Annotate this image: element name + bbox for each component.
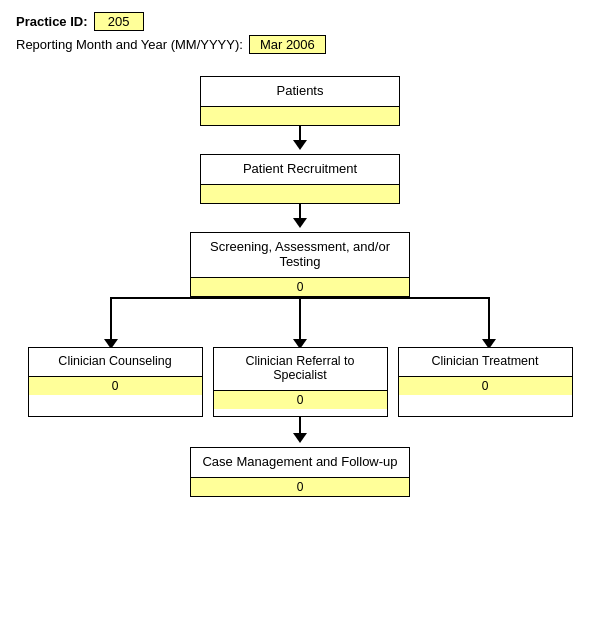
reporting-value[interactable]: Mar 2006 xyxy=(249,35,326,54)
practice-id-row: Practice ID: 205 xyxy=(16,12,584,31)
v-right xyxy=(488,297,490,347)
screening-box: Screening, Assessment, and/or Testing 0 xyxy=(190,232,410,297)
recruitment-label: Patient Recruitment xyxy=(211,161,389,180)
counseling-label: Clinician Counseling xyxy=(35,354,196,372)
treatment-label: Clinician Treatment xyxy=(405,354,566,372)
recruitment-box: Patient Recruitment xyxy=(200,154,400,204)
reporting-label: Reporting Month and Year (MM/YYYY): xyxy=(16,37,243,52)
patients-label: Patients xyxy=(211,83,389,102)
case-management-label: Case Management and Follow-up xyxy=(201,454,399,473)
practice-id-value[interactable]: 205 xyxy=(94,12,144,31)
patients-value xyxy=(201,106,399,125)
screening-label: Screening, Assessment, and/or Testing xyxy=(201,239,399,273)
patients-box: Patients xyxy=(200,76,400,126)
three-boxes-row: Clinician Counseling 0 Clinician Referra… xyxy=(10,347,590,417)
case-management-value[interactable]: 0 xyxy=(191,477,409,496)
referral-label: Clinician Referral to Specialist xyxy=(220,354,381,386)
treatment-box: Clinician Treatment 0 xyxy=(398,347,573,417)
header-section: Practice ID: 205 Reporting Month and Yea… xyxy=(16,12,584,54)
counseling-value[interactable]: 0 xyxy=(29,376,202,395)
practice-id-label: Practice ID: xyxy=(16,14,88,29)
referral-box: Clinician Referral to Specialist 0 xyxy=(213,347,388,417)
case-management-box: Case Management and Follow-up 0 xyxy=(190,447,410,497)
v-left xyxy=(110,297,112,347)
reporting-row: Reporting Month and Year (MM/YYYY): Mar … xyxy=(16,35,584,54)
counseling-box: Clinician Counseling 0 xyxy=(28,347,203,417)
treatment-value[interactable]: 0 xyxy=(399,376,572,395)
recruitment-value xyxy=(201,184,399,203)
referral-value[interactable]: 0 xyxy=(214,390,387,409)
screening-value[interactable]: 0 xyxy=(191,277,409,296)
branch-connector xyxy=(10,297,590,347)
v-center xyxy=(299,297,301,347)
flowchart: Patients Patient Recruitment Screening, … xyxy=(16,72,584,497)
